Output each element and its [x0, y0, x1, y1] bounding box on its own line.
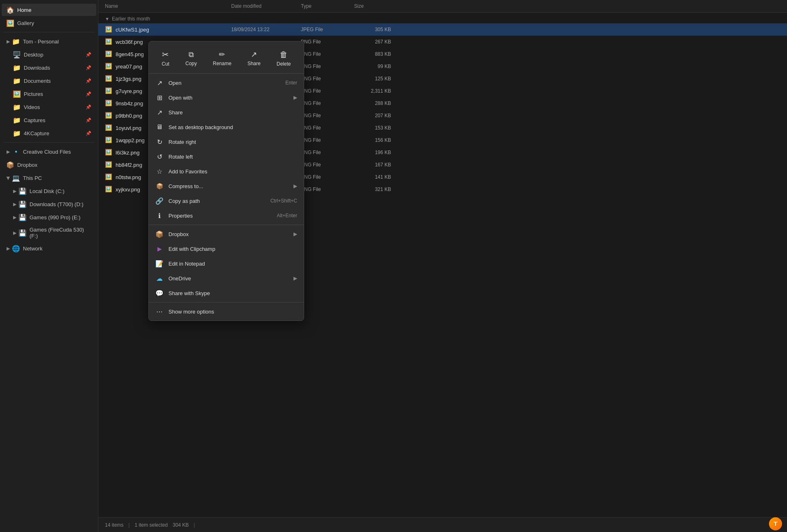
context-menu-skype[interactable]: 💬 Share with Skype [149, 286, 304, 300]
sidebar-item-label: Pictures [24, 91, 43, 97]
context-menu-dropbox[interactable]: 📦 Dropbox ▶ [149, 227, 304, 241]
file-size: 167 KB [354, 162, 391, 168]
file-size: 207 KB [354, 113, 391, 118]
section-chevron-icon: ▼ [105, 16, 109, 21]
context-menu-properties[interactable]: ℹ Properties Alt+Enter [149, 208, 304, 223]
hdd-icon: 💾 [19, 200, 26, 208]
sidebar-item-games-e[interactable]: ▶ 💾 Games (990 Pro) (E:) [2, 211, 96, 223]
context-menu-rotate-right[interactable]: ↻ Rotate right [149, 134, 304, 149]
notepad-label: Edit in Notepad [168, 261, 297, 267]
context-menu-toolbar: ✂ Cut ⧉ Copy ✏ Rename ↗ Share 🗑 Delet [149, 43, 304, 74]
context-menu-show-more[interactable]: ⋯ Show more options [149, 304, 304, 319]
sidebar-item-home[interactable]: 🏠 Home [2, 4, 96, 16]
hdd-icon: 💾 [19, 229, 26, 236]
open-with-label: Open with [168, 95, 290, 101]
share-toolbar-button[interactable]: ↗ Share [242, 47, 266, 70]
copy-path-label: Copy as path [168, 198, 266, 204]
context-menu-separator-2 [149, 302, 304, 302]
share-item-label: Share [168, 109, 297, 116]
sidebar-item-4kcapture[interactable]: 📁 4KCapture 📌 [2, 127, 96, 139]
column-size[interactable]: Size [354, 3, 391, 9]
sidebar-item-captures[interactable]: 📁 Captures 📌 [2, 114, 96, 126]
sidebar-item-label: Games (990 Pro) (E:) [30, 214, 80, 221]
status-bar: 14 items | 1 item selected 304 KB | [98, 517, 787, 532]
context-menu-onedrive[interactable]: ☁ OneDrive ▶ [149, 271, 304, 286]
pin-icon: 📌 [86, 78, 91, 84]
clipchamp-label: Edit with Clipchamp [168, 246, 297, 252]
sidebar-item-label: Downloads (T700) (D:) [30, 201, 84, 207]
context-menu-share[interactable]: ↗ Share [149, 105, 304, 120]
local-disk-icon: 💾 [19, 187, 26, 195]
set-desktop-icon: 🖥 [155, 123, 164, 131]
open-label: Open [168, 80, 280, 86]
file-type: PNG File [301, 76, 354, 82]
videos-icon: 📁 [13, 103, 20, 111]
expand-arrow-icon: ▶ [13, 230, 16, 236]
downloads-icon: 📁 [13, 64, 20, 71]
sidebar-divider-1 [3, 32, 95, 32]
sidebar-item-pictures[interactable]: 🖼️ Pictures 📌 [2, 88, 96, 100]
file-icon: 🖼️ [105, 75, 112, 82]
file-name: cUKfwS1.jpeg [116, 27, 231, 33]
cut-button[interactable]: ✂ Cut [156, 46, 175, 70]
sidebar-item-gallery[interactable]: 🖼️ Gallery [2, 17, 96, 29]
delete-label: Delete [277, 61, 291, 67]
context-menu-rotate-left[interactable]: ↺ Rotate left [149, 149, 304, 164]
sidebar-item-creative-cloud[interactable]: ▶ ▪ Creative Cloud Files [2, 146, 96, 158]
share-label: Share [248, 61, 261, 66]
context-menu-open[interactable]: ↗ Open Enter [149, 75, 304, 90]
context-menu-clipchamp[interactable]: ▶ Edit with Clipchamp [149, 241, 304, 256]
sidebar-item-documents[interactable]: 📁 Documents 📌 [2, 75, 96, 87]
pictures-icon: 🖼️ [13, 90, 20, 98]
context-menu-compress[interactable]: 📦 Compress to... ▶ [149, 179, 304, 193]
show-more-icon: ⋯ [155, 307, 164, 316]
open-shortcut: Enter [285, 80, 297, 86]
file-size: 2,311 KB [354, 88, 391, 94]
taskbar-icon-label: T [774, 521, 778, 527]
context-menu-set-desktop[interactable]: 🖥 Set as desktop background [149, 120, 304, 134]
rename-button[interactable]: ✏ Rename [207, 47, 237, 70]
copy-path-shortcut: Ctrl+Shift+C [271, 198, 297, 204]
sidebar-item-downloads-d[interactable]: ▶ 💾 Downloads (T700) (D:) [2, 198, 96, 210]
taskbar-icon[interactable]: T [769, 517, 782, 530]
context-menu-open-with[interactable]: ⊞ Open with ▶ [149, 90, 304, 105]
pin-icon: 📌 [86, 118, 91, 123]
file-header: Name Date modified Type Size [98, 0, 787, 13]
selected-size: 304 KB [173, 522, 189, 528]
sidebar-item-this-pc[interactable]: ▶ 💻 This PC [2, 172, 96, 184]
open-icon: ↗ [155, 79, 164, 87]
clipchamp-icon: ▶ [155, 245, 164, 253]
sidebar-item-label: Captures [24, 117, 45, 123]
file-type: PNG File [301, 137, 354, 143]
show-more-label: Show more options [168, 309, 297, 315]
desktop-icon: 🖥️ [13, 51, 20, 58]
sidebar-item-dropbox[interactable]: 📦 Dropbox [2, 159, 96, 171]
sidebar-item-downloads[interactable]: 📁 Downloads 📌 [2, 61, 96, 74]
sidebar-item-desktop[interactable]: 🖥️ Desktop 📌 [2, 48, 96, 61]
sidebar-item-games-f[interactable]: ▶ 💾 Games (FireCuda 530) (F:) [2, 224, 96, 241]
file-type: PNG File [301, 162, 354, 168]
table-row[interactable]: 🖼️ cUKfwS1.jpeg 18/09/2024 13:22 JPEG Fi… [98, 23, 787, 36]
sidebar-item-network[interactable]: ▶ 🌐 Network [2, 242, 96, 255]
column-type[interactable]: Type [301, 3, 354, 9]
sidebar-item-label: Desktop [24, 52, 43, 58]
delete-button[interactable]: 🗑 Delete [271, 47, 297, 70]
share-item-icon: ↗ [155, 108, 164, 116]
sidebar-item-local-disk-c[interactable]: ▶ 💾 Local Disk (C:) [2, 185, 96, 197]
file-size: 153 KB [354, 125, 391, 131]
context-menu-notepad[interactable]: 📝 Edit in Notepad [149, 256, 304, 271]
sidebar-item-label: Tom - Personal [23, 39, 59, 45]
context-menu-add-favorites[interactable]: ☆ Add to Favorites [149, 164, 304, 179]
sidebar-item-videos[interactable]: 📁 Videos 📌 [2, 101, 96, 113]
context-menu-copy-path[interactable]: 🔗 Copy as path Ctrl+Shift+C [149, 193, 304, 208]
file-type: PNG File [301, 186, 354, 192]
file-size: 125 KB [354, 76, 391, 82]
file-size: 156 KB [354, 137, 391, 143]
column-date[interactable]: Date modified [231, 3, 301, 9]
expand-arrow-icon: ▶ [13, 189, 16, 194]
sidebar-item-tom-personal[interactable]: ▶ 📁 Tom - Personal [2, 35, 96, 48]
copy-icon: ⧉ [189, 50, 194, 59]
column-name[interactable]: Name [105, 3, 231, 9]
copy-button[interactable]: ⧉ Copy [180, 47, 202, 70]
file-type: PNG File [301, 88, 354, 94]
